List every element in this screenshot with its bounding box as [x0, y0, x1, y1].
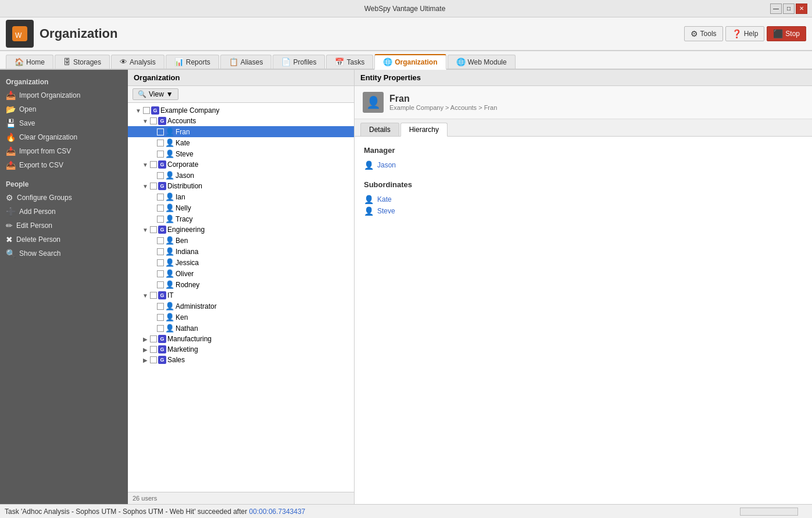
- person-administrator-checkbox[interactable]: [157, 303, 164, 310]
- sidebar-item-configure-groups[interactable]: ⚙Configure Groups: [0, 191, 128, 205]
- restore-button[interactable]: □: [783, 3, 795, 14]
- sidebar-item-import-csv[interactable]: 📥Import from CSV: [0, 144, 128, 158]
- person-ben-checkbox[interactable]: [157, 237, 164, 244]
- group-engineering-checkbox[interactable]: [150, 226, 157, 233]
- group-distribution-expander[interactable]: ▼: [142, 183, 149, 190]
- group-sales-expander[interactable]: ▶: [142, 357, 149, 363]
- close-button[interactable]: ✕: [796, 3, 807, 14]
- person-fran-checkbox[interactable]: [157, 128, 164, 135]
- subordinate-steve-icon: 👤: [364, 206, 374, 216]
- group-marketing-expander[interactable]: ▶: [142, 346, 149, 353]
- group-distribution-checkbox[interactable]: [150, 183, 157, 190]
- entity-tab-hierarchy[interactable]: Hierarchy: [400, 123, 448, 137]
- root-checkbox[interactable]: [143, 107, 150, 114]
- group-it-checkbox[interactable]: [150, 292, 157, 299]
- tree-group-marketing[interactable]: ▶GMarketing: [128, 344, 354, 355]
- tree-body[interactable]: ▼GExample Company▼GAccounts👤Fran👤Kate👤St…: [128, 103, 354, 492]
- tree-root[interactable]: ▼GExample Company: [128, 105, 354, 116]
- subordinate-kate-icon: 👤: [364, 195, 374, 204]
- nav-tab-profiles[interactable]: 📄Profiles: [273, 55, 325, 69]
- sidebar-item-clear-org[interactable]: 🔥Clear Organization: [0, 130, 128, 144]
- manager-link[interactable]: Jason: [377, 161, 396, 169]
- tasks-tab-icon: 📅: [335, 58, 344, 66]
- tree-person-indiana[interactable]: 👤Indiana: [128, 246, 354, 257]
- root-expander[interactable]: ▼: [135, 108, 142, 114]
- help-icon: ❓: [732, 29, 742, 38]
- minimize-button[interactable]: —: [770, 3, 782, 14]
- person-ken-checkbox[interactable]: [157, 314, 164, 321]
- sidebar-item-export-csv[interactable]: 📤Export to CSV: [0, 158, 128, 172]
- person-indiana-checkbox[interactable]: [157, 248, 164, 255]
- nav-tab-organization[interactable]: 🌐Organization: [374, 54, 446, 70]
- tree-person-oliver[interactable]: 👤Oliver: [128, 268, 354, 279]
- person-steve-checkbox[interactable]: [157, 151, 164, 158]
- group-manufacturing-expander[interactable]: ▶: [142, 336, 149, 342]
- tree-person-rodney[interactable]: 👤Rodney: [128, 279, 354, 290]
- tree-person-ben[interactable]: 👤Ben: [128, 235, 354, 246]
- person-rodney-checkbox[interactable]: [157, 281, 164, 288]
- status-scrollbar[interactable]: [740, 508, 798, 516]
- tools-button[interactable]: ⚙ Tools: [684, 26, 723, 41]
- entity-tab-details[interactable]: Details: [360, 123, 399, 136]
- nav-tab-storages[interactable]: 🗄Storages: [55, 55, 110, 69]
- sidebar-org-items: 📥Import Organization📂Open💾Save🔥Clear Org…: [0, 88, 128, 172]
- sidebar-item-import-org[interactable]: 📥Import Organization: [0, 88, 128, 102]
- group-accounts-expander[interactable]: ▼: [142, 118, 149, 124]
- subordinate-kate-link[interactable]: Kate: [377, 195, 392, 203]
- tree-group-accounts[interactable]: ▼GAccounts: [128, 116, 354, 126]
- tree-group-sales[interactable]: ▶GSales: [128, 355, 354, 365]
- tree-person-kate[interactable]: 👤Kate: [128, 137, 354, 148]
- person-nathan-checkbox[interactable]: [157, 325, 164, 332]
- manager-person: 👤 Jason: [364, 159, 803, 171]
- sidebar-item-edit-person[interactable]: ✏Edit Person: [0, 219, 128, 233]
- sidebar-item-show-search[interactable]: 🔍Show Search: [0, 247, 128, 260]
- nav-tab-analysis[interactable]: 👁Analysis: [111, 55, 164, 69]
- tree-person-jessica[interactable]: 👤Jessica: [128, 257, 354, 268]
- view-button[interactable]: 🔍 View ▼: [133, 88, 178, 100]
- person-jason-checkbox[interactable]: [157, 172, 164, 179]
- status-link[interactable]: 00:00:06.7343437: [249, 508, 306, 516]
- help-button[interactable]: ❓ Help: [725, 26, 765, 41]
- nav-tab-reports[interactable]: 📊Reports: [166, 55, 219, 69]
- tree-person-tracy[interactable]: 👤Tracy: [128, 213, 354, 224]
- tree-person-nathan[interactable]: 👤Nathan: [128, 323, 354, 334]
- group-corporate-expander[interactable]: ▼: [142, 162, 149, 168]
- tree-person-jason[interactable]: 👤Jason: [128, 170, 354, 181]
- tree-group-distribution[interactable]: ▼GDistribution: [128, 181, 354, 191]
- tree-person-steve[interactable]: 👤Steve: [128, 148, 354, 159]
- nav-tab-aliases[interactable]: 📋Aliases: [220, 55, 272, 69]
- person-ian-checkbox[interactable]: [157, 194, 164, 201]
- sidebar-item-save[interactable]: 💾Save: [0, 116, 128, 130]
- tree-person-nelly[interactable]: 👤Nelly: [128, 202, 354, 213]
- subordinate-steve-link[interactable]: Steve: [377, 207, 395, 215]
- person-oliver-checkbox[interactable]: [157, 270, 164, 277]
- sidebar-item-delete-person[interactable]: ✖Delete Person: [0, 233, 128, 247]
- entity-name-block: Fran Example Company > Accounts > Fran: [389, 94, 497, 111]
- toolbar-right: ⚙ Tools ❓ Help ⬛ Stop: [684, 26, 806, 41]
- group-engineering-expander[interactable]: ▼: [142, 227, 149, 233]
- person-kate-checkbox[interactable]: [157, 140, 164, 147]
- person-jessica-checkbox[interactable]: [157, 259, 164, 266]
- group-it-expander[interactable]: ▼: [142, 292, 149, 299]
- tree-group-corporate[interactable]: ▼GCorporate: [128, 159, 354, 170]
- group-corporate-checkbox[interactable]: [150, 161, 157, 168]
- tree-person-administrator[interactable]: 👤Administrator: [128, 301, 354, 312]
- nav-tab-home[interactable]: 🏠Home: [6, 55, 53, 69]
- tree-person-fran[interactable]: 👤Fran: [128, 126, 354, 137]
- group-sales-checkbox[interactable]: [150, 356, 157, 363]
- group-manufacturing-checkbox[interactable]: [150, 335, 157, 342]
- group-marketing-checkbox[interactable]: [150, 346, 157, 353]
- nav-tab-webmodule[interactable]: 🌐Web Module: [448, 55, 516, 69]
- tree-person-ian[interactable]: 👤Ian: [128, 191, 354, 202]
- tree-group-manufacturing[interactable]: ▶GManufacturing: [128, 334, 354, 344]
- sidebar-item-open[interactable]: 📂Open: [0, 102, 128, 116]
- tree-group-engineering[interactable]: ▼GEngineering: [128, 224, 354, 235]
- group-accounts-checkbox[interactable]: [150, 117, 157, 124]
- sidebar-item-add-person[interactable]: ➕Add Person: [0, 205, 128, 219]
- nav-tab-tasks[interactable]: 📅Tasks: [326, 55, 373, 69]
- tree-person-ken[interactable]: 👤Ken: [128, 312, 354, 323]
- person-nelly-checkbox[interactable]: [157, 205, 164, 212]
- person-tracy-checkbox[interactable]: [157, 216, 164, 223]
- tree-group-it[interactable]: ▼GIT: [128, 290, 354, 301]
- stop-button[interactable]: ⬛ Stop: [767, 26, 806, 41]
